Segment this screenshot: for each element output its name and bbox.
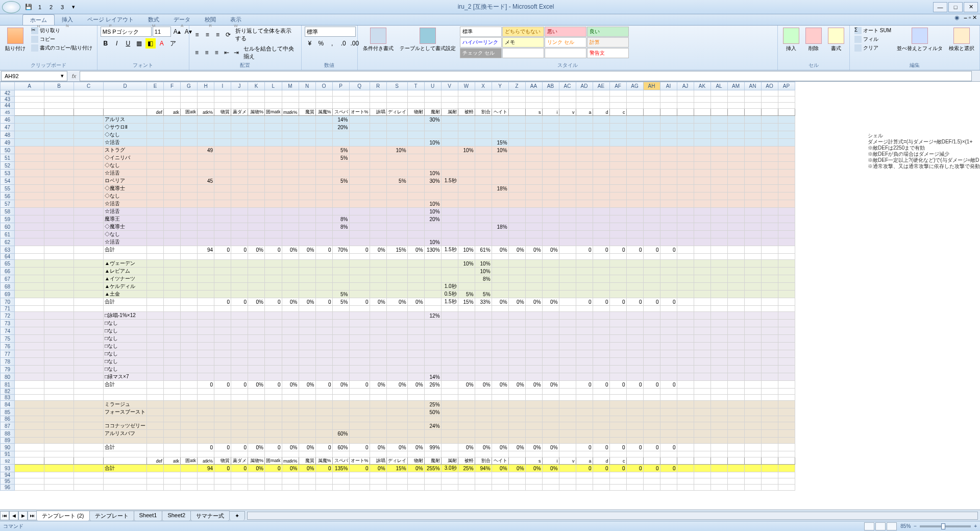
cell[interactable] bbox=[508, 131, 525, 139]
cell[interactable] bbox=[370, 208, 386, 215]
cell[interactable] bbox=[15, 478, 44, 485]
style-cell[interactable]: どちらでもない bbox=[502, 27, 544, 37]
cell[interactable] bbox=[542, 283, 559, 291]
cell[interactable] bbox=[778, 312, 795, 320]
cell[interactable] bbox=[559, 335, 576, 343]
cell[interactable]: 5% bbox=[332, 291, 349, 298]
cell[interactable] bbox=[214, 335, 231, 343]
cell[interactable] bbox=[593, 312, 609, 320]
cell[interactable] bbox=[626, 254, 643, 260]
cell[interactable]: 魔質 bbox=[299, 457, 315, 465]
cell[interactable] bbox=[744, 416, 761, 422]
cell[interactable] bbox=[593, 291, 609, 298]
cell[interactable] bbox=[441, 395, 458, 401]
cell[interactable] bbox=[315, 90, 332, 96]
cell[interactable] bbox=[407, 438, 424, 444]
cell[interactable] bbox=[492, 275, 508, 283]
cell[interactable] bbox=[492, 401, 508, 408]
cell[interactable] bbox=[542, 451, 559, 457]
cell[interactable] bbox=[710, 335, 727, 343]
row-header[interactable]: 71 bbox=[1, 306, 15, 312]
cell[interactable]: 0 bbox=[576, 465, 593, 472]
cell[interactable] bbox=[248, 268, 265, 275]
cell[interactable] bbox=[407, 208, 424, 215]
cell[interactable] bbox=[147, 472, 164, 478]
cell[interactable] bbox=[441, 223, 458, 231]
cell[interactable] bbox=[299, 312, 315, 320]
cell[interactable] bbox=[44, 373, 74, 381]
cell[interactable] bbox=[441, 327, 458, 335]
cell[interactable] bbox=[609, 389, 626, 395]
cell[interactable]: オート% bbox=[349, 109, 370, 116]
cell[interactable] bbox=[727, 438, 744, 444]
cell[interactable] bbox=[727, 154, 744, 162]
cell[interactable] bbox=[74, 438, 104, 444]
cell[interactable] bbox=[248, 103, 265, 109]
cell[interactable] bbox=[677, 438, 694, 444]
cell[interactable] bbox=[458, 373, 475, 381]
cell[interactable] bbox=[181, 254, 198, 260]
cell[interactable] bbox=[609, 90, 626, 96]
cell[interactable] bbox=[231, 90, 248, 96]
cell[interactable] bbox=[370, 254, 386, 260]
cell[interactable] bbox=[677, 215, 694, 223]
cell[interactable] bbox=[626, 139, 643, 147]
cell[interactable]: □なし bbox=[104, 350, 147, 358]
cell[interactable] bbox=[710, 373, 727, 381]
format-button[interactable]: 書式 bbox=[826, 27, 846, 53]
cell[interactable] bbox=[559, 395, 576, 401]
cell[interactable] bbox=[441, 215, 458, 223]
cell[interactable] bbox=[660, 162, 677, 170]
cell[interactable] bbox=[407, 147, 424, 154]
cell[interactable] bbox=[198, 389, 214, 395]
cell[interactable] bbox=[542, 238, 559, 246]
cell[interactable] bbox=[761, 223, 778, 231]
cell[interactable] bbox=[44, 215, 74, 223]
cell[interactable] bbox=[626, 231, 643, 238]
cell[interactable] bbox=[609, 154, 626, 162]
cell[interactable] bbox=[576, 438, 593, 444]
cell[interactable] bbox=[164, 298, 181, 306]
col-header[interactable]: K bbox=[248, 82, 265, 90]
cell[interactable] bbox=[576, 472, 593, 478]
cell[interactable] bbox=[424, 306, 441, 312]
cell[interactable] bbox=[441, 200, 458, 208]
cell[interactable]: 0% bbox=[386, 298, 407, 306]
cell[interactable] bbox=[164, 438, 181, 444]
cell[interactable] bbox=[282, 215, 299, 223]
cell[interactable] bbox=[761, 472, 778, 478]
cell[interactable] bbox=[349, 103, 370, 109]
row-header[interactable]: 45 bbox=[1, 109, 15, 116]
cell[interactable]: 99% bbox=[424, 444, 441, 451]
cell[interactable] bbox=[282, 283, 299, 291]
cell[interactable] bbox=[147, 430, 164, 438]
cell[interactable] bbox=[74, 485, 104, 491]
cell[interactable] bbox=[761, 335, 778, 343]
cell[interactable] bbox=[744, 422, 761, 430]
cell[interactable] bbox=[181, 177, 198, 185]
cell[interactable] bbox=[694, 131, 710, 139]
cell[interactable]: オート% bbox=[349, 457, 370, 465]
cell[interactable] bbox=[677, 124, 694, 131]
cell[interactable] bbox=[744, 260, 761, 268]
cell[interactable] bbox=[727, 103, 744, 109]
cell[interactable] bbox=[164, 478, 181, 485]
cell[interactable] bbox=[761, 465, 778, 472]
cell[interactable] bbox=[475, 124, 492, 131]
cell[interactable] bbox=[576, 408, 593, 416]
cell[interactable] bbox=[677, 312, 694, 320]
cell[interactable] bbox=[643, 275, 660, 283]
cell[interactable] bbox=[525, 408, 542, 416]
cell[interactable] bbox=[677, 147, 694, 154]
cell[interactable] bbox=[744, 444, 761, 451]
merge-button[interactable]: セルを結合して中央揃え bbox=[242, 44, 298, 61]
cell[interactable] bbox=[626, 109, 643, 116]
cell[interactable] bbox=[643, 215, 660, 223]
cell[interactable] bbox=[458, 312, 475, 320]
cell[interactable] bbox=[744, 438, 761, 444]
cell[interactable] bbox=[181, 444, 198, 451]
cell[interactable] bbox=[104, 395, 147, 401]
cell[interactable] bbox=[559, 373, 576, 381]
cell[interactable] bbox=[214, 350, 231, 358]
cell[interactable]: c bbox=[609, 109, 626, 116]
